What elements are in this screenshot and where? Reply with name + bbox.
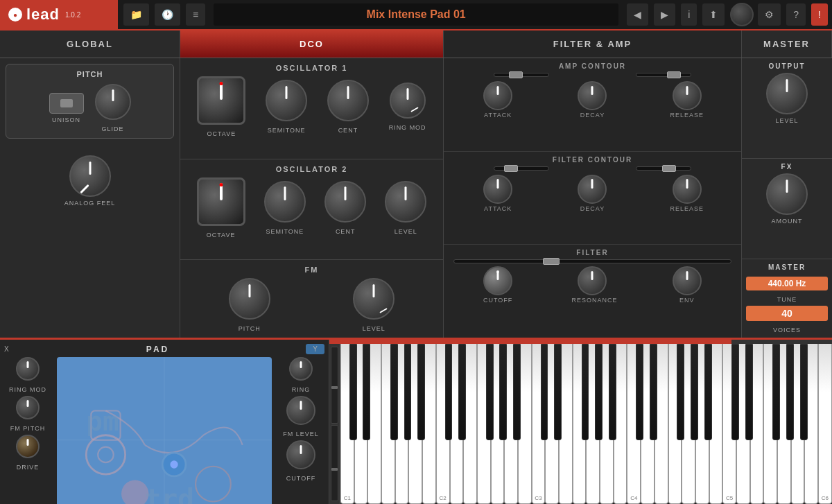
black-key[interactable] [650, 344, 657, 440]
fc-extra-knob[interactable] [673, 175, 702, 204]
black-key[interactable] [486, 344, 494, 440]
osc2-cent-knob[interactable] [324, 181, 366, 223]
filter-env-label: ENV [666, 297, 708, 304]
pad-drive-label: DRIVE [17, 464, 40, 471]
black-key[interactable] [458, 344, 466, 440]
master-header[interactable]: MASTER [742, 31, 832, 58]
fc-release-knob[interactable] [578, 175, 607, 204]
pad-cutoff-knob[interactable] [286, 440, 315, 469]
folder-button[interactable]: 📁 [123, 3, 149, 26]
amp-attack-slider[interactable] [494, 73, 549, 77]
fc-extra-knob-wrapper [659, 175, 715, 204]
pad-ring-knob[interactable] [289, 357, 313, 381]
unison-slider[interactable] [49, 93, 84, 114]
clock-button[interactable]: 🕐 [155, 3, 180, 26]
pad-drive-knob[interactable] [16, 435, 40, 458]
black-key[interactable] [772, 344, 780, 440]
black-key[interactable] [745, 344, 753, 440]
amp-extra-knob[interactable] [673, 81, 702, 110]
export-button[interactable]: ⬆ [702, 3, 725, 26]
black-key[interactable] [390, 344, 398, 440]
osc1-ringmod-knob[interactable] [390, 82, 426, 119]
warning-button[interactable]: ! [811, 3, 828, 26]
settings-button[interactable]: ⚙ [758, 3, 781, 26]
mixer-button[interactable]: ≡ [186, 3, 205, 26]
amp-decay-knob[interactable] [483, 81, 512, 110]
osc1-cent-knob[interactable] [327, 80, 369, 121]
black-key[interactable] [582, 344, 589, 440]
amp-decay-slider[interactable] [636, 73, 691, 77]
glide-knob[interactable] [95, 84, 131, 120]
osc2-semitone-knob[interactable] [264, 181, 306, 223]
osc2-level-knob[interactable] [385, 181, 426, 223]
black-key[interactable] [800, 344, 808, 440]
analog-feel-knob[interactable] [69, 155, 111, 197]
black-key[interactable] [609, 344, 616, 440]
black-key[interactable] [677, 344, 684, 440]
black-key[interactable] [417, 344, 425, 440]
play-button[interactable]: ▶ [654, 3, 675, 26]
filter-slider-area [451, 259, 734, 263]
filter-env-knob[interactable] [673, 266, 702, 295]
filter-amp-header[interactable]: FILTER & AMP [444, 31, 742, 58]
fc-decay-knob[interactable] [483, 175, 512, 204]
dco-header[interactable]: DCO [180, 31, 444, 58]
fm-level-knob[interactable] [353, 278, 395, 320]
black-key[interactable] [513, 344, 521, 440]
pad-fmlevel-knob[interactable] [286, 396, 315, 425]
master-knob[interactable] [730, 3, 754, 26]
osc2-octave-knob[interactable] [197, 177, 245, 226]
black-key[interactable] [363, 344, 370, 440]
prev-preset-button[interactable]: ◀ [627, 3, 648, 26]
amp-release-knob[interactable] [578, 81, 607, 110]
filter-cutoff-slider[interactable] [453, 259, 731, 263]
black-key[interactable] [499, 344, 507, 440]
black-key[interactable] [704, 344, 712, 440]
panels-row: PITCH UNISON GLIDE ANALOG FEEL [0, 58, 832, 338]
pad-fmpitch-knob[interactable] [16, 396, 40, 419]
fc-attack-slider[interactable] [494, 166, 549, 171]
mod-wheel-slider[interactable] [331, 425, 338, 502]
svg-point-7 [196, 467, 231, 502]
master-voices-display[interactable]: 40 [746, 306, 828, 321]
black-key[interactable] [404, 344, 412, 440]
pitch-bend-slider[interactable] [331, 347, 338, 424]
white-key-C6[interactable]: C6 [818, 344, 832, 504]
pitch-bend-strip [329, 344, 340, 504]
info-button[interactable]: i [681, 3, 697, 26]
osc1-semitone-knob[interactable] [266, 80, 307, 121]
black-key[interactable] [731, 344, 739, 440]
global-header[interactable]: GLOBAL [0, 31, 180, 58]
note-label-C2: C2 [440, 495, 447, 501]
help-button[interactable]: ? [786, 3, 806, 26]
master-fx-section: FX AMOUNT [742, 159, 832, 259]
pad-panel: X PAD Y RING MOD FM PITCH [0, 340, 329, 504]
osc2-level-wrapper: LEVEL [385, 181, 426, 235]
fm-pitch-knob[interactable] [229, 278, 270, 320]
pad-canvas[interactable]: pm trd [57, 357, 272, 504]
black-key[interactable] [541, 344, 548, 440]
black-key[interactable] [691, 344, 698, 440]
fc-decay-label: DECAY [564, 205, 620, 212]
pitch-title: PITCH [12, 70, 168, 78]
filter-cutoff-knob[interactable] [483, 266, 512, 295]
black-key[interactable] [445, 344, 453, 440]
fc-release-label: RELEASE [659, 205, 715, 212]
fx-amount-knob[interactable] [766, 173, 808, 215]
unison-control: UNISON [49, 93, 84, 123]
fc-decay-slider[interactable] [636, 166, 691, 171]
black-key[interactable] [349, 344, 357, 440]
black-key[interactable] [554, 344, 562, 440]
pad-ringmod-label: RING MOD [9, 386, 46, 393]
master-freq-display[interactable]: 440.00 Hz [746, 277, 828, 290]
filter-resonance-knob[interactable] [578, 266, 607, 295]
black-key[interactable] [636, 344, 643, 440]
amp-attack-control [494, 73, 549, 78]
pad-ringmod-knob[interactable] [16, 357, 40, 381]
preset-name[interactable]: Mix Intense Pad 01 [214, 3, 618, 26]
output-level-knob[interactable] [766, 73, 808, 114]
osc1-cent-label: CENT [338, 127, 358, 134]
osc1-octave-knob[interactable] [197, 76, 245, 125]
black-key[interactable] [595, 344, 603, 440]
black-key[interactable] [786, 344, 794, 440]
